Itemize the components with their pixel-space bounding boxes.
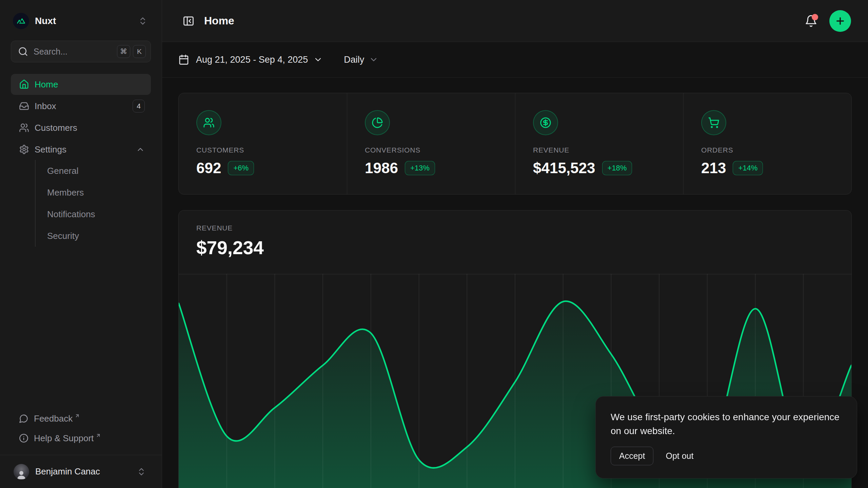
cookie-optout-button[interactable]: Opt out	[666, 451, 693, 461]
stat-revenue[interactable]: REVENUE $415,523 +18%	[515, 93, 683, 194]
feedback-link[interactable]: Feedback	[11, 409, 151, 428]
workspace-switcher[interactable]: Nuxt	[11, 10, 151, 32]
sidebar-subitem-label: Members	[47, 187, 84, 198]
notifications-button[interactable]	[802, 12, 821, 30]
stat-label: REVENUE	[533, 146, 670, 154]
date-range-picker[interactable]: Aug 21, 2025 - Sep 4, 2025	[178, 54, 323, 65]
gear-icon	[19, 144, 29, 155]
sidebar-item-label: Inbox	[35, 101, 133, 111]
revenue-chart-header: REVENUE $79,234	[179, 210, 851, 274]
avatar	[14, 464, 29, 480]
sidebar-subitem-general[interactable]: General	[36, 160, 151, 182]
chevrons-up-down-icon	[137, 467, 146, 476]
feedback-label: Feedback	[34, 413, 73, 424]
revenue-chart-value: $79,234	[196, 237, 834, 259]
user-menu[interactable]: Benjamin Canac	[11, 455, 151, 488]
sidebar-item-label: Home	[35, 79, 145, 90]
kbd-k: K	[133, 45, 146, 58]
settings-sub-list: General Members Notifications Security	[35, 160, 151, 247]
notification-dot	[812, 14, 818, 20]
date-range-value: Aug 21, 2025 - Sep 4, 2025	[196, 55, 308, 65]
period-select[interactable]: Daily	[344, 55, 378, 65]
search-icon	[18, 46, 28, 57]
stat-delta-badge: +6%	[228, 161, 254, 175]
dollar-circle-icon	[533, 110, 558, 135]
sidebar-subitem-label: Security	[47, 231, 79, 241]
stat-orders[interactable]: ORDERS 213 +14%	[683, 93, 851, 194]
stat-customers[interactable]: CUSTOMERS 692 +6%	[179, 93, 347, 194]
header: Home	[162, 0, 868, 42]
chevron-down-icon	[369, 55, 378, 64]
external-link-icon	[75, 413, 80, 419]
users-icon	[196, 110, 221, 135]
cookie-accept-button[interactable]: Accept	[611, 447, 653, 465]
sidebar-subitem-label: General	[47, 166, 79, 176]
panel-left-close-icon	[182, 15, 195, 27]
stat-value: $415,523	[533, 160, 595, 177]
info-circle-icon	[19, 433, 28, 443]
cookie-message: We use first-party cookies to enhance yo…	[611, 410, 842, 438]
help-support-label: Help & Support	[34, 433, 94, 444]
sidebar-nav: Home Inbox 4 Customers Settings	[11, 74, 151, 247]
revenue-chart-label: REVENUE	[196, 224, 834, 232]
sidebar-item-settings[interactable]: Settings	[11, 139, 151, 160]
sidebar-item-customers[interactable]: Customers	[11, 117, 151, 138]
stat-value: 1986	[365, 160, 398, 177]
sidebar-item-home[interactable]: Home	[11, 74, 151, 95]
sidebar-subitem-label: Notifications	[47, 209, 95, 220]
user-name: Benjamin Canac	[35, 466, 137, 477]
plus-icon	[835, 16, 846, 26]
search-placeholder: Search...	[34, 47, 117, 57]
stats-panel: CUSTOMERS 692 +6% CONVERSIONS 1986 +13%	[178, 93, 852, 195]
stat-delta-badge: +13%	[405, 161, 435, 175]
calendar-icon	[178, 54, 189, 65]
stat-label: CONVERSIONS	[365, 146, 501, 154]
stat-value: 213	[701, 160, 726, 177]
cart-icon	[701, 110, 726, 135]
users-icon	[19, 123, 29, 133]
stat-delta-badge: +14%	[733, 161, 763, 175]
help-support-link[interactable]: Help & Support	[11, 428, 151, 448]
chevrons-up-down-icon	[138, 16, 147, 26]
collapse-sidebar-button[interactable]	[180, 12, 197, 30]
kbd-cmd: ⌘	[117, 45, 130, 58]
chevron-up-icon	[136, 145, 145, 154]
sidebar-item-label: Settings	[35, 144, 136, 155]
sidebar-subitem-members[interactable]: Members	[36, 182, 151, 203]
house-icon	[19, 79, 29, 89]
sidebar-item-label: Customers	[35, 123, 145, 133]
cookie-banner: We use first-party cookies to enhance yo…	[595, 396, 857, 479]
stat-label: ORDERS	[701, 146, 838, 154]
sidebar: Nuxt Search... ⌘ K Home	[0, 0, 162, 488]
toolbar: Aug 21, 2025 - Sep 4, 2025 Daily	[162, 42, 868, 78]
sidebar-item-inbox[interactable]: Inbox 4	[11, 96, 151, 117]
chevron-down-icon	[313, 55, 323, 64]
inbox-icon	[19, 101, 29, 111]
workspace-name: Nuxt	[35, 16, 138, 26]
add-button[interactable]	[829, 10, 851, 32]
sidebar-subitem-security[interactable]: Security	[36, 225, 151, 247]
stat-label: CUSTOMERS	[196, 146, 333, 154]
page-title: Home	[204, 15, 802, 27]
period-value: Daily	[344, 55, 364, 65]
search-input[interactable]: Search... ⌘ K	[11, 41, 151, 62]
stat-delta-badge: +18%	[602, 161, 632, 175]
stat-value: 692	[196, 160, 221, 177]
sidebar-footer: Feedback Help & Support Benjami	[11, 409, 151, 488]
message-bubble-icon	[19, 414, 28, 423]
stat-conversions[interactable]: CONVERSIONS 1986 +13%	[347, 93, 515, 194]
nuxt-logo-icon	[13, 13, 29, 29]
pie-chart-icon	[365, 110, 390, 135]
inbox-count-badge: 4	[133, 100, 145, 113]
external-link-icon	[96, 433, 101, 438]
sidebar-subitem-notifications[interactable]: Notifications	[36, 203, 151, 225]
